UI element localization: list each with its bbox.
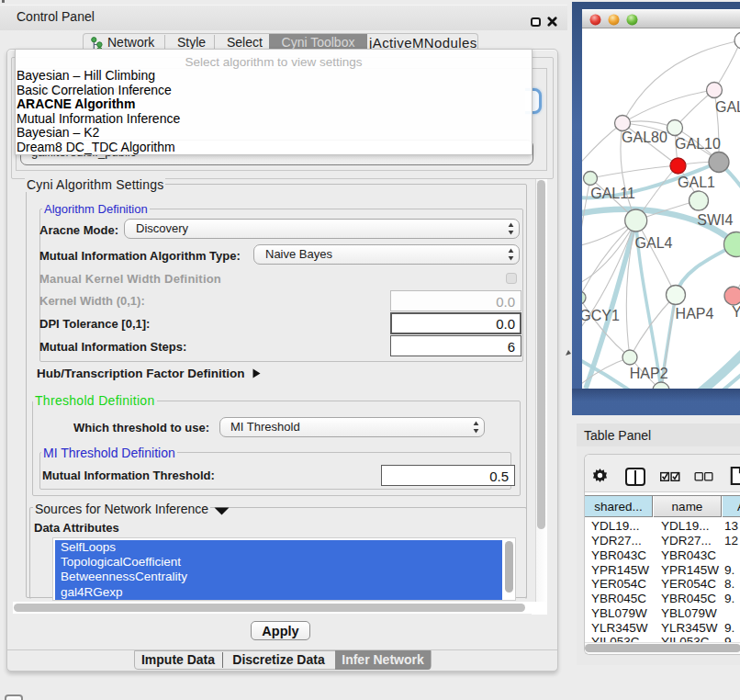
svg-text:HAP2: HAP2: [630, 366, 668, 381]
svg-text:GAL7: GAL7: [715, 99, 740, 115]
svg-text:GAL11: GAL11: [590, 186, 635, 201]
svg-text:SWI4: SWI4: [697, 212, 733, 228]
svg-text:GAL80: GAL80: [622, 130, 667, 145]
svg-text:GAL4: GAL4: [635, 235, 673, 251]
svg-text:GCY1: GCY1: [582, 308, 620, 323]
svg-text:GAL1: GAL1: [678, 175, 715, 190]
svg-text:HAP4: HAP4: [676, 306, 714, 322]
svg-text:Y: Y: [732, 304, 740, 320]
svg-text:GAL10: GAL10: [675, 136, 721, 152]
